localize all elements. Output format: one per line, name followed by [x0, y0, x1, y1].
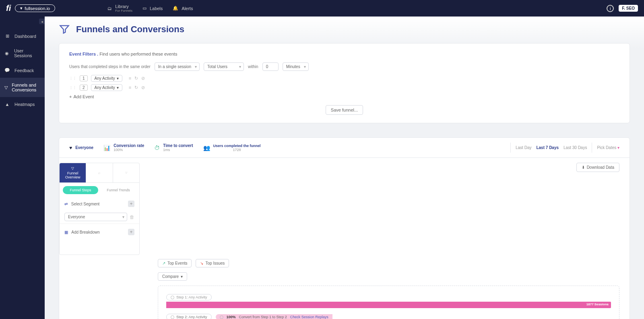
delete-icon[interactable]: ⊘ [141, 76, 145, 81]
tab-label: Funnel Overview [61, 171, 84, 179]
overview-panel: ▽ Funnel Overview ⌕ ⑂ Funnel Steps Funne… [59, 163, 140, 255]
add-event-button[interactable]: + Add Event [69, 94, 619, 99]
date-range: Last Day Last 7 Days Last 30 Days Pick D… [510, 143, 619, 153]
delete-icon[interactable]: ⊘ [141, 85, 145, 90]
date-pick[interactable]: Pick Dates ▾ [597, 145, 619, 150]
sidebar-item-feedback[interactable]: 💬 Feedback [0, 63, 45, 78]
play-icon: ◉ [4, 51, 10, 56]
date-last-7[interactable]: Last 7 Days [536, 145, 559, 150]
download-button[interactable]: ⬇ Download Data [576, 163, 619, 172]
tab-3[interactable]: ⑂ [113, 163, 139, 182]
metrics-card: ♥ Everyone 📊 Conversion rate 100% ⏱ Ti [59, 137, 630, 319]
nav-library[interactable]: 🗂 Library For Funnels [107, 4, 132, 12]
chevron-down-icon: ▾ [117, 85, 119, 90]
nav-label: Alerts [182, 6, 193, 11]
nav-label: Labels [150, 6, 163, 11]
nav-labels[interactable]: ▭ Labels [142, 4, 163, 12]
top-events-button[interactable]: ↗ Top Events [158, 259, 192, 267]
sidebar-item-label: User Sessions [14, 48, 41, 58]
top-nav: 🗂 Library For Funnels ▭ Labels 🔔 Alerts [107, 4, 193, 12]
session-select[interactable]: In a single session [155, 62, 200, 71]
tab-funnel-overview[interactable]: ▽ Funnel Overview [60, 163, 86, 182]
metric-value: 1ms [163, 148, 193, 152]
funnel-chart: Step 1: Any Activity 1877 Sessions Step … [158, 286, 619, 319]
search-icon: ⌕ [98, 171, 100, 175]
drag-icon[interactable]: ⋮⋮ [69, 86, 76, 90]
subtab-trends[interactable]: Funnel Trends [101, 186, 136, 194]
users-icon: 👥 [203, 145, 210, 151]
chevron-down-icon: ▾ [617, 145, 619, 150]
sidebar-item-label: Funnels and Conversions [12, 83, 41, 92]
filters-desc: Find users who performed these events [99, 52, 177, 56]
unit-select[interactable]: Minutes [283, 62, 309, 71]
metric-value: 1728 [213, 148, 261, 152]
subtab-steps[interactable]: Funnel Steps [63, 186, 98, 194]
btn-label: Top Issues [205, 261, 225, 265]
activity-select[interactable]: Any Activity ▾ [91, 84, 122, 91]
convert-text: Convert from Step 1 to Step 2 [239, 315, 287, 319]
chevron-down-icon: ▾ [181, 274, 183, 279]
library-icon: 🗂 [107, 6, 112, 11]
metric-conversion: 📊 Conversion rate 100% [103, 143, 144, 152]
activity-select[interactable]: Any Activity ▾ [91, 75, 122, 82]
info-icon[interactable]: i [607, 5, 614, 12]
filter-icon[interactable]: ≡ [129, 76, 131, 81]
download-icon: ⬇ [582, 165, 585, 170]
breakdown-icon: ▦ [64, 230, 68, 234]
sidebar-item-dashboard[interactable]: ⊞ Dashboard [0, 29, 45, 44]
trash-icon[interactable]: 🗑 [130, 214, 134, 220]
refresh-icon[interactable]: ↻ [134, 76, 138, 81]
date-pick-label: Pick Dates [597, 145, 616, 150]
label-icon: ▭ [142, 6, 147, 11]
sidebar-item-sessions[interactable]: ◉ User Sessions [0, 44, 45, 63]
step-1-pill[interactable]: Step 1: Any Activity [166, 294, 212, 300]
sidebar-item-heatmaps[interactable]: ▲ Heatmaps [0, 97, 45, 112]
step-name: Step 1: Any Activity [176, 295, 207, 299]
step-2-pill[interactable]: Step 2: Any Activity [166, 314, 212, 319]
segment-icon: ⇄ [64, 202, 68, 206]
metric-label: Conversion rate [114, 143, 144, 148]
replay-link[interactable]: Check Session Replays [290, 315, 328, 319]
user-badge[interactable]: F. SEO [619, 5, 638, 12]
metric-value: 100% [114, 148, 144, 152]
nav-alerts[interactable]: 🔔 Alerts [173, 4, 193, 12]
filter-icon[interactable]: ≡ [129, 85, 131, 90]
top-issues-button[interactable]: ↘ Top Issues [196, 259, 229, 267]
step-row-2: ⋮⋮ 2 Any Activity ▾ ≡ ↻ ⊘ [69, 84, 619, 91]
drag-icon[interactable]: ⋮⋮ [69, 77, 76, 81]
users-select[interactable]: Total Users [204, 62, 244, 71]
btn-label: Top Events [167, 261, 187, 265]
sidebar-item-funnels[interactable]: ▽ Funnels and Conversions [0, 78, 45, 97]
segment-select[interactable]: Everyone [64, 213, 127, 221]
metric-completed: 👥 Users completed the funnel 1728 [203, 144, 261, 152]
metric-everyone[interactable]: ♥ Everyone [69, 145, 93, 151]
page-title: Funnels and Conversions [76, 24, 184, 35]
tab-2[interactable]: ⌕ [86, 163, 113, 182]
order-label: Users that completed steps in the same o… [69, 64, 151, 69]
date-last-day[interactable]: Last Day [516, 145, 531, 150]
activity-label: Any Activity [95, 85, 115, 90]
radio-icon [171, 296, 174, 299]
date-last-30[interactable]: Last 30 Days [564, 145, 587, 150]
step-name: Step 2: Any Activity [176, 315, 207, 319]
site-selector[interactable]: ▾ fullsession.io [15, 4, 55, 12]
add-event-label: Add Event [73, 94, 94, 99]
select-segment-label: Select Segment [71, 202, 100, 206]
nav-sublabel: For Funnels [115, 9, 132, 12]
logo: fi [6, 4, 11, 13]
refresh-icon[interactable]: ↻ [134, 85, 138, 90]
branch-icon: ⑂ [125, 171, 127, 175]
chevron-down-icon: ▾ [117, 76, 119, 81]
bar-step-1: 1877 Sessions [166, 302, 611, 308]
sidebar-collapse-button[interactable]: ◂ [39, 19, 45, 24]
compare-button[interactable]: Compare ▾ [158, 272, 187, 281]
plus-icon: + [69, 94, 72, 99]
convert-pill: 100% Convert from Step 1 to Step 2 Check… [216, 314, 332, 319]
within-input[interactable]: 0 [262, 62, 279, 71]
add-segment-button[interactable]: + [128, 201, 134, 207]
save-funnel-button[interactable]: Save funnel... [326, 105, 363, 115]
radio-icon [171, 315, 174, 319]
add-breakdown-button[interactable]: + [128, 229, 134, 235]
step-number: 2 [80, 85, 88, 91]
sidebar-item-label: Heatmaps [14, 102, 35, 107]
